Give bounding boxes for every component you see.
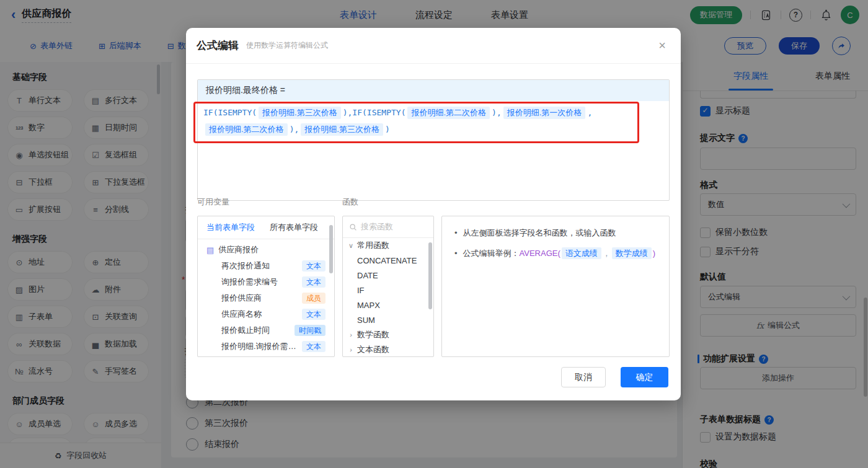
function-item[interactable]: CONCATENATE bbox=[343, 253, 433, 268]
app-root: ‹ 供应商报价 表单设计流程设定表单设置 数据管理 ? bbox=[0, 0, 868, 468]
variables-panel: 当前表单字段所有表单字段 ▤供应商报价再次报价通知文本询报价需求编号文本报价供应… bbox=[197, 216, 335, 357]
formula-code: ),IF(ISEMPTY( bbox=[343, 108, 406, 117]
example-text: ) bbox=[653, 249, 655, 258]
variable-type-badge: 文本 bbox=[302, 309, 326, 320]
variable-type-badge: 文本 bbox=[302, 260, 326, 272]
chevron-icon: ∨ bbox=[348, 242, 354, 250]
function-item[interactable]: SUM bbox=[343, 312, 433, 327]
formula-field-chip: 报价明细.第三次价格 bbox=[301, 123, 383, 136]
functions-list: ∨常用函数CONCATENATEDATEIFMAPXSUM›数学函数›文本函数 bbox=[343, 238, 433, 357]
variables-label: 可用变量 bbox=[197, 196, 229, 208]
functions-label: 函数 bbox=[342, 196, 358, 208]
variable-row[interactable]: 报价明细.询报价需求...文本 bbox=[198, 338, 334, 355]
bullet: • bbox=[454, 247, 458, 259]
formula-line: IF(ISEMPTY(报价明细.第三次价格),IF(ISEMPTY(报价明细.第… bbox=[203, 104, 663, 121]
functions-panel: 搜索函数 ∨常用函数CONCATENATEDATEIFMAPXSUM›数学函数›… bbox=[342, 216, 434, 357]
dialog-footer: 取消 确定 bbox=[561, 367, 668, 387]
example-text: 公式编辑举例： bbox=[463, 249, 520, 258]
function-group[interactable]: ∨常用函数 bbox=[343, 238, 433, 253]
variable-root-row[interactable]: ▤供应商报价 bbox=[198, 242, 334, 258]
close-icon[interactable]: × bbox=[658, 39, 666, 51]
formula-line: 报价明细.第二次价格),报价明细.第三次价格) bbox=[203, 121, 663, 138]
form-doc-icon: ▤ bbox=[206, 245, 214, 255]
function-item[interactable]: MAPX bbox=[343, 298, 433, 312]
variable-root-label: 供应商报价 bbox=[218, 244, 326, 255]
formula-target: 报价明细.最终价格 = bbox=[198, 80, 669, 101]
function-group-label: 常用函数 bbox=[357, 240, 389, 251]
tip-line: • 从左侧面板选择字段名和函数，或输入函数 bbox=[454, 227, 657, 239]
search-placeholder: 搜索函数 bbox=[361, 221, 393, 232]
example-field-chip: 语文成绩 bbox=[562, 247, 601, 259]
variable-row[interactable]: 询报价需求编号文本 bbox=[198, 274, 334, 290]
variable-row[interactable]: 再次报价通知文本 bbox=[198, 258, 334, 274]
function-item[interactable]: DATE bbox=[343, 268, 433, 283]
function-group[interactable]: ›文本函数 bbox=[343, 342, 433, 357]
function-group-label: 文本函数 bbox=[357, 344, 389, 355]
variable-type-badge: 文本 bbox=[302, 341, 326, 352]
variable-label: 报价供应商 bbox=[221, 293, 299, 304]
variables-tab[interactable]: 当前表单字段 bbox=[206, 222, 255, 233]
variable-row[interactable]: 供应商名称文本 bbox=[198, 306, 334, 322]
variable-row[interactable]: 报价供应商成员 bbox=[198, 290, 334, 306]
variable-label: 报价截止时间 bbox=[221, 325, 292, 336]
dialog-title: 公式编辑 bbox=[197, 38, 239, 53]
variables-list: ▤供应商报价再次报价通知文本询报价需求编号文本报价供应商成员供应商名称文本报价截… bbox=[198, 239, 334, 355]
tips-panel: • 从左侧面板选择字段名和函数，或输入函数 • 公式编辑举例：AVERAGE(语… bbox=[441, 216, 670, 357]
formula-field-chip: 报价明细.第一次价格 bbox=[503, 107, 586, 119]
formula-code: IF(ISEMPTY( bbox=[203, 108, 257, 117]
variable-label: 报价明细.询报价需求... bbox=[221, 341, 299, 352]
formula-field-chip: 报价明细.第三次价格 bbox=[259, 107, 341, 119]
dialog-header: 公式编辑 使用数学运算符编辑公式 × bbox=[186, 28, 681, 64]
formula-code: ), bbox=[492, 108, 502, 117]
formula-code: ), bbox=[290, 125, 299, 134]
example-text: AVERAGE( bbox=[520, 249, 560, 258]
functions-scrollbar[interactable] bbox=[428, 242, 432, 309]
variables-scrollbar[interactable] bbox=[329, 225, 333, 273]
dialog-subtitle: 使用数学运算符编辑公式 bbox=[246, 40, 328, 51]
bullet: • bbox=[454, 227, 458, 239]
variables-tab[interactable]: 所有表单字段 bbox=[270, 222, 318, 233]
formula-code: , bbox=[587, 108, 592, 117]
variable-type-badge: 文本 bbox=[302, 276, 326, 288]
variable-label: 询报价需求编号 bbox=[221, 276, 299, 288]
formula-editor: 报价明细.最终价格 = IF(ISEMPTY(报价明细.第三次价格),IF(IS… bbox=[197, 79, 670, 201]
variable-type-badge: 成员 bbox=[302, 293, 326, 304]
variable-row[interactable]: 报价截止时间时间戳 bbox=[198, 322, 334, 338]
confirm-button[interactable]: 确定 bbox=[621, 367, 668, 387]
search-icon bbox=[349, 223, 357, 231]
formula-code: ) bbox=[385, 125, 390, 134]
variable-label: 供应商名称 bbox=[221, 309, 299, 320]
chevron-icon: › bbox=[348, 346, 354, 353]
formula-field-chip: 报价明细.第二次价格 bbox=[407, 107, 490, 119]
variable-label: 再次报价通知 bbox=[221, 260, 299, 272]
formula-code-area[interactable]: IF(ISEMPTY(报价明细.第三次价格),IF(ISEMPTY(报价明细.第… bbox=[198, 101, 669, 200]
function-group-label: 数学函数 bbox=[357, 329, 389, 340]
function-group[interactable]: ›数学函数 bbox=[343, 327, 433, 342]
example-field-chip: 数学成绩 bbox=[612, 247, 652, 259]
formula-field-chip: 报价明细.第二次价格 bbox=[205, 123, 288, 136]
chevron-icon: › bbox=[348, 331, 354, 338]
function-item[interactable]: IF bbox=[343, 283, 433, 298]
variable-type-badge: 时间戳 bbox=[294, 325, 326, 336]
tip-line-example: • 公式编辑举例：AVERAGE(语文成绩，数学成绩) bbox=[454, 247, 657, 259]
cancel-button[interactable]: 取消 bbox=[561, 367, 606, 387]
variables-tabs: 当前表单字段所有表单字段 bbox=[198, 216, 334, 239]
function-search-input[interactable]: 搜索函数 bbox=[343, 216, 433, 238]
formula-dialog: 公式编辑 使用数学运算符编辑公式 × 报价明细.最终价格 = IF(ISEMPT… bbox=[186, 28, 681, 400]
example-text: ， bbox=[603, 249, 611, 258]
